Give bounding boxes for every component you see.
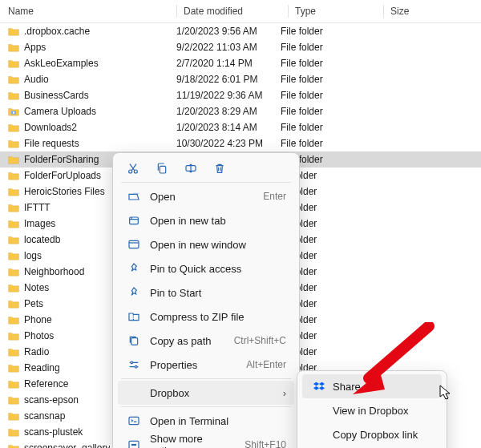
newtab-icon [126,214,142,227]
submenu-item-copy-dropbox-link[interactable]: Copy Dropbox link [302,422,442,446]
context-item-label: Open in new window [150,239,286,251]
folder-icon [8,107,19,116]
dropbox-icon [312,381,326,392]
file-row[interactable]: BusinessCards11/19/2022 9:36 AMFile fold… [0,87,481,103]
svg-point-1 [13,111,14,113]
context-item-label: Compress to ZIP file [150,311,286,323]
svg-point-15 [135,444,135,445]
context-item-open-in-new-window[interactable]: Open in new window [118,232,294,256]
chevron-right-icon: › [278,387,286,399]
file-name: HeroicStories Files [24,186,105,197]
svg-rect-6 [130,217,139,224]
svg-point-10 [135,365,137,368]
folder-icon [8,411,19,421]
column-header-size[interactable]: Size [390,6,455,17]
svg-point-13 [131,444,132,445]
folder-icon [8,443,19,448]
context-item-accelerator: Shift+F10 [245,439,286,448]
file-name: Downloads2 [24,122,77,133]
svg-rect-11 [129,417,139,424]
file-row[interactable]: Apps9/2/2022 11:03 AMFile folder [0,39,481,55]
file-type: File folder [281,90,369,101]
folder-icon [8,283,19,293]
pin-icon [126,262,142,275]
zip-icon [126,310,142,323]
file-name: logs [24,250,42,261]
context-item-label: Show more options [150,433,236,448]
context-item-open-in-terminal[interactable]: Open in Terminal [118,409,294,433]
file-row[interactable]: AskLeoExamples2/7/2020 1:14 PMFile folde… [0,55,481,71]
open-icon [126,190,142,203]
file-name: BusinessCards [24,90,89,101]
file-row[interactable]: File requests10/30/2022 4:23 PMFile fold… [0,135,481,151]
copypath-icon [126,334,142,347]
cut-icon[interactable] [126,161,140,176]
dropbox-submenu[interactable]: Share...View in DropboxCopy Dropbox link… [297,370,447,448]
folder-icon [8,315,19,325]
file-name: Reading [24,362,60,373]
context-item-accelerator: Enter [263,191,286,202]
context-item-copy-as-path[interactable]: Copy as pathCtrl+Shift+C [118,329,294,353]
column-header-type[interactable]: Type [295,6,383,17]
terminal-icon [126,414,142,427]
file-name: Apps [24,42,46,53]
context-item-label: Copy as path [150,335,226,347]
file-date: 10/30/2022 4:23 PM [176,138,281,149]
folder-icon [8,379,19,389]
context-item-label: Open in new tab [150,215,286,227]
context-item-open-in-new-tab[interactable]: Open in new tab [118,208,294,232]
props-icon [126,358,142,371]
context-item-label: Dropbox [150,387,278,399]
svg-point-9 [131,361,133,364]
file-date: 1/20/2023 8:14 AM [176,122,281,133]
file-row[interactable]: Downloads21/20/2023 8:14 AMFile folder [0,119,481,135]
rename-icon[interactable] [184,161,198,176]
delete-icon[interactable] [212,161,227,176]
folder-icon [8,59,19,68]
submenu-item-view-in-dropbox[interactable]: View in Dropbox [302,398,442,422]
context-menu[interactable]: OpenEnterOpen in new tabOpen in new wind… [112,152,300,448]
file-date: 9/2/2022 11:03 AM [176,42,281,53]
file-date: 2/7/2020 1:14 PM [176,58,281,69]
file-row[interactable]: Camera Uploads1/20/2023 8:29 AMFile fold… [0,103,481,119]
newwin-icon [126,238,142,251]
column-header-date[interactable]: Date modified [184,6,288,17]
file-name: scansnap [24,410,65,422]
context-item-show-more-options[interactable]: Show more optionsShift+F10 [118,433,294,448]
context-item-open[interactable]: OpenEnter [118,184,294,208]
context-item-dropbox[interactable]: Dropbox› [118,381,294,405]
file-type: File folder [281,106,369,117]
file-row[interactable]: .dropbox.cache1/20/2023 9:56 AMFile fold… [0,23,481,39]
file-name: screensaver_gallery [24,442,110,448]
file-name: AskLeoExamples [24,58,99,69]
context-item-label: Open in Terminal [150,415,286,427]
context-item-properties[interactable]: PropertiesAlt+Enter [118,353,294,377]
copy-icon[interactable] [155,161,169,176]
context-item-pin-to-quick-access[interactable]: Pin to Quick access [118,256,294,281]
folder-icon [8,395,19,405]
file-type: File folder [281,26,369,37]
file-name: Photos [24,330,54,341]
context-item-pin-to-start[interactable]: Pin to Start [118,281,294,305]
file-name: Radio [24,346,49,357]
submenu-item-label: View in Dropbox [333,405,408,417]
folder-icon [8,267,19,276]
pinstart-icon [126,286,142,299]
context-item-compress-to-zip-file[interactable]: Compress to ZIP file [118,305,294,329]
folder-icon [8,427,19,437]
column-header-name[interactable]: Name [8,6,176,17]
svg-rect-7 [129,240,139,248]
file-row[interactable]: Audio9/18/2022 6:01 PMFile folder [0,71,481,87]
file-name: IFTTT [24,202,51,213]
column-header-row: Name Date modified Type Size [0,0,481,23]
folder-icon [8,42,19,52]
context-item-accelerator: Alt+Enter [246,359,286,370]
file-date: 1/20/2023 8:29 AM [176,106,281,117]
file-name: Audio [24,74,49,85]
context-icon-bar [115,156,297,180]
submenu-item-share-[interactable]: Share... [302,374,442,398]
file-name: locatedb [24,234,60,245]
more-icon [126,438,142,448]
svg-rect-4 [160,166,165,173]
file-name: Notes [24,282,49,293]
